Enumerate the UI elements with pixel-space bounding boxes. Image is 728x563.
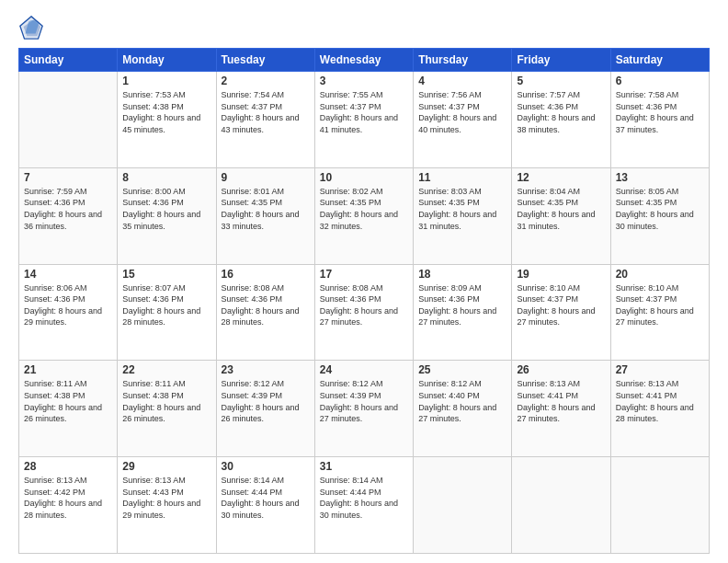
calendar-cell-w4-d1: 29Sunrise: 8:13 AMSunset: 4:43 PMDayligh… <box>118 457 216 554</box>
day-info: Sunrise: 7:55 AMSunset: 4:37 PMDaylight:… <box>320 89 408 135</box>
day-info: Sunrise: 8:11 AMSunset: 4:38 PMDaylight:… <box>24 378 112 424</box>
day-number: 12 <box>517 171 605 184</box>
calendar-cell-w0-d0 <box>19 72 118 168</box>
day-info: Sunrise: 7:56 AMSunset: 4:37 PMDaylight:… <box>418 89 506 135</box>
day-number: 19 <box>517 268 605 281</box>
calendar-cell-w0-d5: 5Sunrise: 7:57 AMSunset: 4:36 PMDaylight… <box>512 72 610 168</box>
day-number: 30 <box>222 460 310 473</box>
day-info: Sunrise: 8:14 AMSunset: 4:44 PMDaylight:… <box>222 475 310 521</box>
calendar-cell-w3-d3: 24Sunrise: 8:12 AMSunset: 4:39 PMDayligh… <box>314 361 413 457</box>
day-number: 25 <box>418 363 506 376</box>
day-number: 5 <box>517 75 605 87</box>
day-number: 2 <box>222 75 310 87</box>
day-info: Sunrise: 8:05 AMSunset: 4:35 PMDaylight:… <box>616 186 704 232</box>
day-number: 4 <box>418 75 506 87</box>
calendar-cell-w1-d6: 13Sunrise: 8:05 AMSunset: 4:35 PMDayligh… <box>610 167 709 264</box>
day-info: Sunrise: 8:10 AMSunset: 4:37 PMDaylight:… <box>616 282 704 328</box>
day-info: Sunrise: 7:54 AMSunset: 4:37 PMDaylight:… <box>222 89 310 135</box>
calendar-cell-w3-d1: 22Sunrise: 8:11 AMSunset: 4:38 PMDayligh… <box>118 361 216 457</box>
day-number: 8 <box>122 171 210 184</box>
calendar-cell-w0-d3: 3Sunrise: 7:55 AMSunset: 4:37 PMDaylight… <box>314 72 413 168</box>
week-row-4: 28Sunrise: 8:13 AMSunset: 4:42 PMDayligh… <box>19 457 710 554</box>
calendar-cell-w1-d3: 10Sunrise: 8:02 AMSunset: 4:35 PMDayligh… <box>314 167 413 264</box>
calendar-cell-w2-d6: 20Sunrise: 8:10 AMSunset: 4:37 PMDayligh… <box>610 264 709 361</box>
calendar-cell-w0-d2: 2Sunrise: 7:54 AMSunset: 4:37 PMDaylight… <box>216 72 314 168</box>
calendar-cell-w0-d1: 1Sunrise: 7:53 AMSunset: 4:38 PMDaylight… <box>118 72 216 168</box>
day-info: Sunrise: 8:08 AMSunset: 4:36 PMDaylight:… <box>320 282 408 328</box>
day-info: Sunrise: 8:01 AMSunset: 4:35 PMDaylight:… <box>222 186 310 232</box>
week-row-0: 1Sunrise: 7:53 AMSunset: 4:38 PMDaylight… <box>19 72 710 168</box>
calendar-cell-w1-d4: 11Sunrise: 8:03 AMSunset: 4:35 PMDayligh… <box>414 167 512 264</box>
day-number: 21 <box>24 363 112 376</box>
day-number: 27 <box>616 363 704 376</box>
weekday-header-row: SundayMondayTuesdayWednesdayThursdayFrid… <box>19 49 710 72</box>
day-info: Sunrise: 8:12 AMSunset: 4:39 PMDaylight:… <box>320 378 408 424</box>
calendar-cell-w1-d0: 7Sunrise: 7:59 AMSunset: 4:36 PMDaylight… <box>19 167 118 264</box>
page: SundayMondayTuesdayWednesdayThursdayFrid… <box>0 0 728 563</box>
calendar-cell-w4-d5 <box>512 457 610 554</box>
day-number: 10 <box>320 171 408 184</box>
calendar-cell-w2-d5: 19Sunrise: 8:10 AMSunset: 4:37 PMDayligh… <box>512 264 610 361</box>
day-number: 24 <box>320 363 408 376</box>
calendar-body: 1Sunrise: 7:53 AMSunset: 4:38 PMDaylight… <box>19 72 710 554</box>
calendar-cell-w1-d2: 9Sunrise: 8:01 AMSunset: 4:35 PMDaylight… <box>216 167 314 264</box>
calendar-cell-w2-d3: 17Sunrise: 8:08 AMSunset: 4:36 PMDayligh… <box>314 264 413 361</box>
week-row-3: 21Sunrise: 8:11 AMSunset: 4:38 PMDayligh… <box>19 361 710 457</box>
calendar-cell-w3-d2: 23Sunrise: 8:12 AMSunset: 4:39 PMDayligh… <box>216 361 314 457</box>
day-info: Sunrise: 8:12 AMSunset: 4:39 PMDaylight:… <box>222 378 310 424</box>
day-number: 17 <box>320 268 408 281</box>
logo <box>18 15 48 40</box>
weekday-header-friday: Friday <box>512 49 610 72</box>
calendar-cell-w4-d2: 30Sunrise: 8:14 AMSunset: 4:44 PMDayligh… <box>216 457 314 554</box>
day-info: Sunrise: 8:08 AMSunset: 4:36 PMDaylight:… <box>222 282 310 328</box>
calendar-cell-w4-d4 <box>414 457 512 554</box>
day-number: 13 <box>616 171 704 184</box>
calendar-cell-w3-d6: 27Sunrise: 8:13 AMSunset: 4:41 PMDayligh… <box>610 361 709 457</box>
day-number: 23 <box>222 363 310 376</box>
weekday-header-wednesday: Wednesday <box>314 49 413 72</box>
day-info: Sunrise: 8:14 AMSunset: 4:44 PMDaylight:… <box>320 475 408 521</box>
day-info: Sunrise: 8:13 AMSunset: 4:41 PMDaylight:… <box>517 378 605 424</box>
day-info: Sunrise: 8:13 AMSunset: 4:42 PMDaylight:… <box>24 475 112 521</box>
calendar-cell-w4-d0: 28Sunrise: 8:13 AMSunset: 4:42 PMDayligh… <box>19 457 118 554</box>
day-number: 7 <box>24 171 112 184</box>
weekday-header-monday: Monday <box>118 49 216 72</box>
day-number: 31 <box>320 460 408 473</box>
calendar-cell-w1-d1: 8Sunrise: 8:00 AMSunset: 4:36 PMDaylight… <box>118 167 216 264</box>
calendar-cell-w3-d4: 25Sunrise: 8:12 AMSunset: 4:40 PMDayligh… <box>414 361 512 457</box>
calendar-cell-w2-d2: 16Sunrise: 8:08 AMSunset: 4:36 PMDayligh… <box>216 264 314 361</box>
day-number: 15 <box>122 268 210 281</box>
week-row-2: 14Sunrise: 8:06 AMSunset: 4:36 PMDayligh… <box>19 264 710 361</box>
day-number: 26 <box>517 363 605 376</box>
day-number: 22 <box>122 363 210 376</box>
day-info: Sunrise: 7:59 AMSunset: 4:36 PMDaylight:… <box>24 186 112 232</box>
logo-icon <box>18 15 44 40</box>
day-info: Sunrise: 8:09 AMSunset: 4:36 PMDaylight:… <box>418 282 506 328</box>
calendar-cell-w2-d0: 14Sunrise: 8:06 AMSunset: 4:36 PMDayligh… <box>19 264 118 361</box>
day-info: Sunrise: 8:10 AMSunset: 4:37 PMDaylight:… <box>517 282 605 328</box>
calendar-header: SundayMondayTuesdayWednesdayThursdayFrid… <box>19 49 710 72</box>
day-number: 14 <box>24 268 112 281</box>
day-info: Sunrise: 8:11 AMSunset: 4:38 PMDaylight:… <box>122 378 210 424</box>
day-info: Sunrise: 8:13 AMSunset: 4:41 PMDaylight:… <box>616 378 704 424</box>
weekday-header-thursday: Thursday <box>414 49 512 72</box>
calendar-cell-w1-d5: 12Sunrise: 8:04 AMSunset: 4:35 PMDayligh… <box>512 167 610 264</box>
day-number: 1 <box>122 75 210 87</box>
day-info: Sunrise: 8:02 AMSunset: 4:35 PMDaylight:… <box>320 186 408 232</box>
calendar-table: SundayMondayTuesdayWednesdayThursdayFrid… <box>18 48 710 554</box>
week-row-1: 7Sunrise: 7:59 AMSunset: 4:36 PMDaylight… <box>19 167 710 264</box>
day-number: 18 <box>418 268 506 281</box>
calendar-cell-w2-d4: 18Sunrise: 8:09 AMSunset: 4:36 PMDayligh… <box>414 264 512 361</box>
day-number: 3 <box>320 75 408 87</box>
calendar-cell-w3-d5: 26Sunrise: 8:13 AMSunset: 4:41 PMDayligh… <box>512 361 610 457</box>
day-info: Sunrise: 7:57 AMSunset: 4:36 PMDaylight:… <box>517 89 605 135</box>
calendar-cell-w4-d6 <box>610 457 709 554</box>
calendar-cell-w0-d6: 6Sunrise: 7:58 AMSunset: 4:36 PMDaylight… <box>610 72 709 168</box>
calendar-cell-w2-d1: 15Sunrise: 8:07 AMSunset: 4:36 PMDayligh… <box>118 264 216 361</box>
day-info: Sunrise: 7:53 AMSunset: 4:38 PMDaylight:… <box>122 89 210 135</box>
day-info: Sunrise: 8:12 AMSunset: 4:40 PMDaylight:… <box>418 378 506 424</box>
day-info: Sunrise: 8:04 AMSunset: 4:35 PMDaylight:… <box>517 186 605 232</box>
day-info: Sunrise: 8:07 AMSunset: 4:36 PMDaylight:… <box>122 282 210 328</box>
day-number: 20 <box>616 268 704 281</box>
weekday-header-saturday: Saturday <box>610 49 709 72</box>
